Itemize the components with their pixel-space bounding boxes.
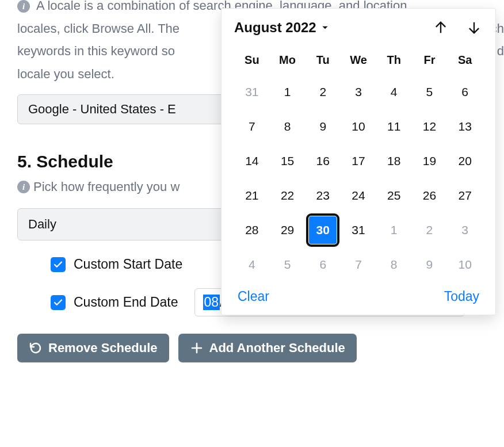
datepicker-day[interactable]: 6: [447, 75, 483, 109]
datepicker-dow: Mo: [270, 48, 306, 75]
datepicker-day[interactable]: 5: [270, 247, 306, 282]
arrow-down-icon: [466, 20, 482, 36]
datepicker-day[interactable]: 27: [447, 178, 483, 213]
datepicker-day[interactable]: 7: [341, 247, 376, 282]
datepicker-day[interactable]: 10: [341, 109, 376, 144]
schedule-sub-text: Pick how frequently you w: [33, 179, 180, 194]
remove-schedule-button[interactable]: Remove Schedule: [17, 334, 169, 362]
datepicker-day[interactable]: 7: [234, 109, 270, 144]
datepicker-day[interactable]: 9: [305, 109, 341, 144]
locale-help-line3: keywords in this keyword so: [17, 44, 175, 58]
custom-start-date-label: Custom Start Date: [74, 257, 182, 272]
undo-icon: [29, 341, 43, 355]
locale-help-line4: locale you select.: [17, 67, 114, 81]
datepicker-day[interactable]: 6: [305, 247, 341, 282]
datepicker-dow: Su: [234, 48, 270, 75]
datepicker-day[interactable]: 18: [376, 144, 412, 178]
datepicker-day[interactable]: 12: [412, 109, 448, 144]
datepicker-month-select[interactable]: August 2022: [234, 20, 329, 36]
arrow-up-icon: [433, 20, 449, 36]
datepicker-month-label: August 2022: [234, 20, 316, 36]
datepicker-day[interactable]: 29: [270, 213, 306, 247]
datepicker-day[interactable]: 16: [305, 144, 341, 178]
datepicker-dow: Sa: [447, 48, 483, 75]
datepicker-day[interactable]: 20: [447, 144, 483, 178]
datepicker-day[interactable]: 24: [341, 178, 376, 213]
plus-icon: [190, 341, 204, 355]
datepicker-day[interactable]: 8: [376, 247, 412, 282]
datepicker-day[interactable]: 5: [412, 75, 448, 109]
datepicker-dow: Th: [376, 48, 412, 75]
datepicker-day[interactable]: 17: [341, 144, 376, 178]
datepicker-day[interactable]: 3: [341, 75, 376, 109]
datepicker-dow: Tu: [305, 48, 341, 75]
frequency-label: Daily: [28, 217, 56, 232]
checkmark-icon: [53, 259, 63, 270]
datepicker-day[interactable]: 1: [270, 75, 306, 109]
locale-select[interactable]: Google - United States - E: [17, 94, 224, 124]
datepicker-day[interactable]: 15: [270, 144, 306, 178]
datepicker-day[interactable]: 3: [447, 213, 483, 247]
datepicker-day[interactable]: 31: [234, 75, 270, 109]
caret-down-icon: [321, 24, 329, 32]
info-icon: i: [17, 181, 30, 193]
datepicker-clear[interactable]: Clear: [238, 289, 269, 304]
add-schedule-button[interactable]: Add Another Schedule: [178, 334, 357, 362]
datepicker-day[interactable]: 4: [234, 247, 270, 282]
custom-end-date-label: Custom End Date: [74, 295, 178, 310]
locale-frag-right-2: d: [497, 40, 504, 63]
datepicker-dow: We: [341, 48, 376, 75]
datepicker-day[interactable]: 11: [376, 109, 412, 144]
locale-select-label: Google - United States - E: [28, 102, 176, 117]
datepicker-today[interactable]: Today: [444, 289, 479, 304]
datepicker-day[interactable]: 26: [412, 178, 448, 213]
datepicker-prev-month[interactable]: [432, 19, 449, 36]
custom-start-date-checkbox[interactable]: [51, 257, 66, 272]
datepicker-day[interactable]: 9: [412, 247, 448, 282]
date-month-segment[interactable]: 08: [203, 295, 220, 310]
datepicker-day[interactable]: 21: [234, 178, 270, 213]
datepicker-day[interactable]: 30: [305, 213, 341, 247]
add-schedule-label: Add Another Schedule: [209, 341, 345, 356]
info-icon: i: [17, 0, 30, 13]
datepicker-day[interactable]: 2: [305, 75, 341, 109]
datepicker-day[interactable]: 4: [376, 75, 412, 109]
datepicker-day[interactable]: 10: [447, 247, 483, 282]
datepicker-day[interactable]: 14: [234, 144, 270, 178]
locale-help-line2: locales, click Browse All. The: [17, 21, 180, 36]
datepicker-popover: August 2022 SuMoTuWeThFrSa31123456789101…: [221, 8, 496, 315]
datepicker-day[interactable]: 8: [270, 109, 306, 144]
datepicker-day[interactable]: 28: [234, 213, 270, 247]
datepicker-next-month[interactable]: [465, 19, 483, 36]
checkmark-icon: [53, 297, 63, 308]
datepicker-dow: Fr: [412, 48, 448, 75]
datepicker-day[interactable]: 23: [305, 178, 341, 213]
frequency-select[interactable]: Daily: [17, 208, 224, 240]
datepicker-day[interactable]: 19: [412, 144, 448, 178]
datepicker-day[interactable]: 2: [412, 213, 448, 247]
custom-end-date-checkbox[interactable]: [51, 295, 66, 310]
datepicker-day[interactable]: 25: [376, 178, 412, 213]
datepicker-day[interactable]: 22: [270, 178, 306, 213]
datepicker-day[interactable]: 13: [447, 109, 483, 144]
datepicker-day[interactable]: 1: [376, 213, 412, 247]
remove-schedule-label: Remove Schedule: [48, 341, 158, 356]
datepicker-day[interactable]: 31: [341, 213, 376, 247]
